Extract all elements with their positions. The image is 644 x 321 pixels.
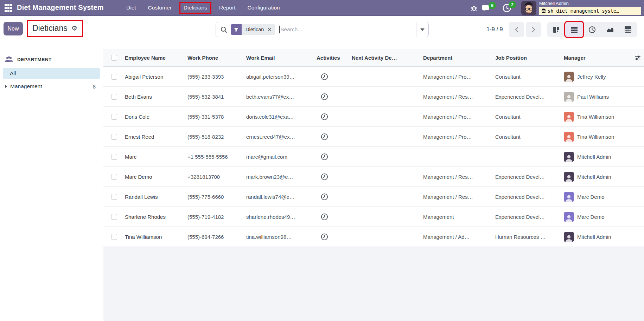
debug-bug-icon[interactable] bbox=[470, 5, 478, 13]
user-info[interactable]: Mitchell Admin sh_diet_management_syste… bbox=[539, 0, 641, 15]
new-button[interactable]: New bbox=[4, 22, 23, 35]
row-checkbox[interactable] bbox=[111, 234, 117, 240]
department-heading: DEPARTMENT bbox=[17, 57, 52, 62]
job-position-cell: Experienced Devel… bbox=[495, 87, 564, 106]
row-checkbox[interactable] bbox=[111, 94, 117, 100]
kanban-view-button[interactable] bbox=[547, 22, 565, 37]
schedule-activity-clock-icon[interactable] bbox=[321, 193, 328, 201]
table-row[interactable]: Sharlene Rhodes (555)-719-4182 sharlene.… bbox=[103, 207, 644, 227]
job-position-cell: Consultant bbox=[495, 127, 564, 146]
column-job-position[interactable]: Job Position bbox=[495, 49, 564, 66]
apps-menu-icon[interactable] bbox=[5, 4, 12, 12]
column-work-email[interactable]: Work Email bbox=[246, 49, 317, 66]
schedule-activity-clock-icon[interactable] bbox=[321, 213, 328, 221]
schedule-activity-clock-icon[interactable] bbox=[321, 153, 328, 160]
messages-badge: 6 bbox=[489, 2, 496, 9]
row-checkbox[interactable] bbox=[111, 114, 117, 120]
row-checkbox[interactable] bbox=[111, 74, 117, 80]
pivot-view-button[interactable] bbox=[619, 22, 637, 37]
column-next-activity[interactable]: Next Activity De… bbox=[352, 49, 423, 66]
schedule-activity-clock-icon[interactable] bbox=[321, 73, 328, 80]
filter-facet[interactable]: Dietican ✕ bbox=[231, 24, 275, 35]
menu-item-dieticians[interactable]: Dieticians bbox=[179, 2, 211, 14]
table-row[interactable]: Abigail Peterson (555)-233-3393 abigail.… bbox=[103, 67, 644, 87]
table-header: Employee Name Work Phone Work Email Acti… bbox=[103, 49, 644, 67]
pager-previous-button[interactable] bbox=[509, 22, 524, 37]
schedule-activity-clock-icon[interactable] bbox=[321, 93, 328, 100]
table-row[interactable]: Tina Williamson (555)-694-7266 tina.will… bbox=[103, 227, 644, 247]
expand-caret-icon[interactable] bbox=[5, 85, 7, 88]
user-avatar[interactable] bbox=[521, 1, 536, 15]
table-row[interactable]: Beth Evans (555)-532-3841 beth.evans77@e… bbox=[103, 87, 644, 107]
search-icon bbox=[221, 26, 227, 33]
job-position-cell: Experienced Devel… bbox=[495, 167, 564, 186]
menu-item-customer[interactable]: Customer bbox=[142, 3, 178, 13]
column-work-phone[interactable]: Work Phone bbox=[187, 49, 246, 66]
employee-name-cell[interactable]: Tina Williamson bbox=[125, 227, 187, 247]
manager-cell: Tina Williamson bbox=[564, 107, 634, 126]
row-checkbox-cell bbox=[103, 167, 125, 186]
search-input[interactable]: Search... bbox=[280, 26, 302, 33]
manager-cell: Mitchell Admin bbox=[564, 147, 634, 166]
table-row[interactable]: Marc Demo +3281813700 mark.brown23@e… Ma… bbox=[103, 167, 644, 187]
row-checkbox-cell bbox=[103, 67, 125, 86]
department-cell: Management bbox=[423, 207, 495, 227]
employee-name-cell[interactable]: Beth Evans bbox=[125, 87, 187, 106]
menu-item-report[interactable]: Report bbox=[213, 3, 242, 13]
menu-item-diet[interactable]: Diet bbox=[120, 3, 142, 13]
row-checkbox[interactable] bbox=[111, 174, 117, 180]
search-bar[interactable]: Dietican ✕ Search... bbox=[216, 22, 429, 37]
employee-name-cell[interactable]: Sharlene Rhodes bbox=[125, 207, 187, 227]
employee-name-cell[interactable]: Ernest Reed bbox=[125, 127, 187, 146]
employee-name-cell[interactable]: Randall Lewis bbox=[125, 187, 187, 207]
row-checkbox[interactable] bbox=[111, 194, 117, 200]
pager-next-button[interactable] bbox=[526, 22, 541, 37]
employee-name-cell[interactable]: Marc Demo bbox=[125, 167, 187, 186]
schedule-activity-clock-icon[interactable] bbox=[321, 113, 328, 120]
column-department[interactable]: Department bbox=[423, 49, 495, 66]
manager-avatar bbox=[564, 72, 574, 82]
row-checkbox[interactable] bbox=[111, 214, 117, 220]
column-manager[interactable]: Manager bbox=[564, 49, 634, 66]
gear-icon[interactable]: ⚙ bbox=[71, 25, 77, 32]
facet-remove-icon[interactable]: ✕ bbox=[265, 24, 275, 35]
search-dropdown-toggle[interactable] bbox=[416, 22, 428, 37]
select-all-cell bbox=[103, 49, 125, 66]
row-checkbox[interactable] bbox=[111, 154, 117, 160]
table-row[interactable]: Randall Lewis (555)-775-6660 randall.lew… bbox=[103, 187, 644, 207]
column-activities[interactable]: Activities bbox=[317, 49, 352, 66]
sidebar-item-all[interactable]: All bbox=[3, 68, 100, 79]
row-trailing-cell bbox=[634, 127, 644, 146]
row-trailing-cell bbox=[634, 147, 644, 166]
manager-name: Mitchell Admin bbox=[577, 174, 611, 180]
schedule-activity-clock-icon[interactable] bbox=[321, 233, 328, 241]
employee-name-cell[interactable]: Abigail Peterson bbox=[125, 67, 187, 86]
department-cell: Management / Res… bbox=[423, 167, 495, 186]
table-row[interactable]: Doris Cole (555)-331-5378 doris.cole31@e… bbox=[103, 107, 644, 127]
row-checkbox[interactable] bbox=[111, 134, 117, 140]
column-employee-name[interactable]: Employee Name bbox=[125, 49, 187, 66]
menu-item-configuration[interactable]: Configuration bbox=[242, 3, 286, 13]
manager-cell: Paul Williams bbox=[564, 87, 634, 106]
database-box: sh_diet_management_syste… bbox=[539, 7, 641, 15]
activities-clock-icon[interactable]: 2 bbox=[502, 4, 511, 14]
schedule-activity-clock-icon[interactable] bbox=[321, 133, 328, 140]
sidebar-item-management[interactable]: Management 8 bbox=[3, 81, 100, 92]
graph-view-button[interactable] bbox=[601, 22, 619, 37]
table-row[interactable]: Marc +1 555-555-5556 marc@gmail.com bbox=[103, 147, 644, 167]
employee-name-cell[interactable]: Marc bbox=[125, 147, 187, 166]
schedule-activity-clock-icon[interactable] bbox=[321, 173, 328, 181]
next-activity-cell bbox=[352, 187, 423, 207]
employee-name-cell[interactable]: Doris Cole bbox=[125, 107, 187, 126]
row-checkbox-cell bbox=[103, 207, 125, 227]
activity-view-button[interactable] bbox=[583, 22, 601, 37]
activities-cell bbox=[317, 227, 352, 247]
list-view-button[interactable] bbox=[565, 22, 583, 37]
activities-cell bbox=[317, 147, 352, 166]
optional-columns-icon[interactable] bbox=[634, 54, 641, 61]
select-all-checkbox[interactable] bbox=[111, 55, 117, 61]
table-row[interactable]: Ernest Reed (555)-518-8232 ernest.reed47… bbox=[103, 127, 644, 147]
sidebar-item-management-count: 8 bbox=[93, 84, 96, 90]
app-title[interactable]: Diet Management System bbox=[17, 0, 104, 15]
messages-icon[interactable]: 6 bbox=[482, 4, 491, 14]
